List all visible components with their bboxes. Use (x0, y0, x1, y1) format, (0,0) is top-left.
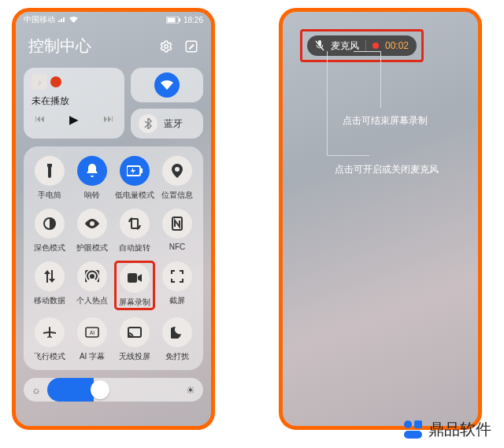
tile-label: 个人热点 (76, 295, 108, 306)
svg-rect-6 (140, 168, 143, 173)
gear-icon[interactable] (159, 39, 173, 54)
brand-mark-icon (404, 420, 422, 439)
tile-screenshot[interactable]: 截屏 (158, 261, 197, 309)
brightness-slider[interactable]: ☼ ☀ (24, 378, 203, 402)
cast-icon (120, 317, 150, 347)
tile-dnd[interactable]: 免打扰 (158, 317, 197, 362)
wifi-toggle-card[interactable] (131, 68, 203, 102)
svg-rect-10 (128, 273, 137, 283)
wifi-icon (154, 72, 180, 98)
tile-ring[interactable]: 响铃 (72, 156, 112, 201)
media-app-icon (50, 76, 61, 87)
screen-record-icon (120, 263, 150, 293)
tile-label: 位置信息 (161, 190, 193, 201)
top-cards-row: ♪ 未在播放 ⏮ ▶ ⏭ 蓝牙 (16, 68, 211, 139)
music-note-icon: ♪ (32, 74, 47, 90)
callout-mic-text: 点击可开启或关闭麦克风 (335, 163, 439, 176)
recording-pill-highlight: 麦克风 00:02 (300, 29, 424, 62)
tile-auto-rotate[interactable]: 自动旋转 (115, 209, 154, 254)
svg-rect-7 (132, 219, 138, 228)
control-center-header: 控制中心 (16, 28, 211, 68)
tile-nfc[interactable]: NFC (158, 209, 197, 254)
bluetooth-toggle-card[interactable]: 蓝牙 (131, 109, 203, 139)
media-card[interactable]: ♪ 未在播放 ⏮ ▶ ⏭ (24, 68, 124, 139)
tile-label: AI 字幕 (80, 351, 105, 362)
location-icon (162, 156, 192, 186)
tile-label: 飞行模式 (34, 351, 65, 362)
svg-point-9 (91, 275, 94, 278)
media-next-icon[interactable]: ⏭ (103, 113, 113, 127)
clock-label: 18:26 (183, 16, 203, 24)
signal-icon (58, 17, 66, 23)
flashlight-icon (35, 156, 65, 186)
tile-airplane[interactable]: 飞行模式 (30, 317, 69, 362)
bluetooth-icon (139, 114, 158, 133)
tile-flashlight[interactable]: 手电筒 (30, 156, 69, 201)
callout-stop-text: 点击可结束屏幕录制 (343, 114, 428, 128)
ai-subtitle-icon: AI (77, 317, 107, 347)
recording-pill[interactable]: 麦克风 00:02 (307, 35, 417, 56)
edit-icon[interactable] (184, 39, 198, 54)
brightness-thumb[interactable] (91, 380, 109, 399)
ring-icon (77, 156, 107, 186)
tile-battery-saver[interactable]: 低电量模式 (115, 156, 154, 201)
svg-point-14 (128, 336, 130, 338)
screenshot-icon (162, 261, 192, 291)
airplane-icon (35, 317, 65, 347)
svg-rect-2 (179, 18, 180, 21)
mic-muted-icon[interactable] (315, 40, 324, 51)
media-prev-icon[interactable]: ⏮ (35, 113, 45, 127)
eye-comfort-icon (77, 209, 107, 239)
svg-rect-1 (167, 17, 175, 22)
mic-label: 麦克风 (331, 39, 359, 53)
tile-label: 低电量模式 (115, 190, 154, 201)
quick-tiles-panel: 手电筒响铃低电量模式位置信息深色模式护眼模式自动旋转NFC移动数据个人热点屏幕录… (24, 146, 203, 370)
control-center-title: 控制中心 (28, 35, 91, 57)
carrier-label: 中国移动 (24, 14, 55, 25)
tile-label: 深色模式 (34, 243, 65, 254)
record-timer: 00:02 (385, 40, 409, 51)
battery-icon (166, 17, 180, 24)
phone-frame-right: 麦克风 00:02 点击可结束屏幕录制 点击可开启或关闭麦克风 (279, 8, 482, 430)
tile-mobile-data[interactable]: 移动数据 (30, 261, 69, 309)
tile-label: 免打扰 (165, 351, 189, 362)
brand-logo: 鼎品软件 (404, 419, 491, 440)
tile-label: 移动数据 (34, 295, 65, 306)
tile-label: 响铃 (84, 190, 100, 201)
tile-label: 自动旋转 (119, 243, 150, 254)
tile-dark-mode[interactable]: 深色模式 (30, 209, 69, 254)
media-status-label: 未在播放 (32, 94, 117, 108)
tile-hotspot[interactable]: 个人热点 (72, 261, 112, 309)
bluetooth-label: 蓝牙 (164, 117, 183, 131)
tile-label: NFC (169, 243, 186, 251)
tile-label: 手电筒 (38, 190, 61, 201)
auto-rotate-icon (120, 209, 150, 239)
tile-label: 护眼模式 (76, 243, 108, 254)
tile-location[interactable]: 位置信息 (158, 156, 197, 201)
record-dot-icon[interactable] (372, 43, 379, 49)
wifi-status-icon (69, 17, 78, 23)
battery-saver-icon (120, 156, 150, 186)
tile-label: 屏幕录制 (119, 297, 150, 308)
dark-mode-icon (35, 209, 65, 239)
brightness-low-icon: ☼ (32, 384, 41, 396)
tile-eye-comfort[interactable]: 护眼模式 (72, 209, 112, 254)
tile-label: 截屏 (169, 295, 185, 306)
dnd-icon (162, 317, 192, 347)
brightness-high-icon: ☀ (186, 384, 195, 396)
status-bar: 中国移动 18:26 (16, 12, 211, 28)
pill-separator (365, 40, 366, 51)
tile-ai-subtitle[interactable]: AIAI 字幕 (72, 317, 112, 362)
phone-frame-left: 中国移动 18:26 控制中心 (12, 8, 215, 430)
tile-screen-record[interactable]: 屏幕录制 (115, 261, 154, 309)
media-play-icon[interactable]: ▶ (69, 113, 79, 127)
nfc-icon (162, 209, 192, 239)
mobile-data-icon (35, 261, 65, 291)
svg-point-3 (165, 44, 169, 48)
tile-cast[interactable]: 无线投屏 (115, 317, 154, 362)
brand-name: 鼎品软件 (428, 419, 491, 440)
svg-text:AI: AI (90, 330, 95, 335)
hotspot-icon (77, 261, 107, 291)
tile-label: 无线投屏 (119, 351, 150, 362)
